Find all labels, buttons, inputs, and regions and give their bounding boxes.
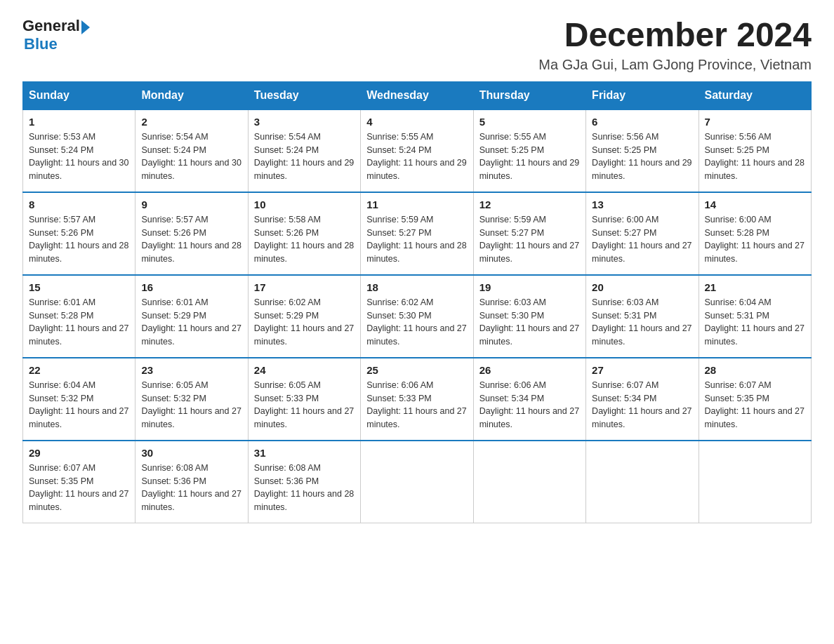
calendar-header-row: SundayMondayTuesdayWednesdayThursdayFrid…: [23, 81, 812, 109]
day-info: Sunrise: 6:04 AMSunset: 5:32 PMDaylight:…: [29, 379, 129, 431]
calendar-cell: 20Sunrise: 6:03 AMSunset: 5:31 PMDayligh…: [586, 275, 699, 358]
calendar-cell: 18Sunrise: 6:02 AMSunset: 5:30 PMDayligh…: [361, 275, 473, 358]
calendar-cell: 9Sunrise: 5:57 AMSunset: 5:26 PMDaylight…: [135, 192, 248, 275]
calendar-cell: 28Sunrise: 6:07 AMSunset: 5:35 PMDayligh…: [699, 358, 811, 441]
logo-blue: Blue: [24, 35, 58, 53]
calendar-cell: 17Sunrise: 6:02 AMSunset: 5:29 PMDayligh…: [248, 275, 360, 358]
day-number: 7: [705, 116, 805, 128]
day-number: 28: [705, 364, 805, 376]
page-header: General Blue December 2024 Ma GJa Gui, L…: [22, 17, 812, 73]
calendar-cell: [361, 441, 473, 523]
day-info: Sunrise: 6:00 AMSunset: 5:28 PMDaylight:…: [705, 213, 805, 266]
calendar-cell: 8Sunrise: 5:57 AMSunset: 5:26 PMDaylight…: [23, 192, 135, 275]
day-info: Sunrise: 5:56 AMSunset: 5:25 PMDaylight:…: [705, 130, 805, 183]
calendar-header-thursday: Thursday: [473, 81, 585, 109]
day-number: 27: [592, 364, 692, 376]
calendar-header-wednesday: Wednesday: [361, 81, 473, 109]
title-block: December 2024 Ma GJa Gui, Lam GJong Prov…: [538, 17, 812, 73]
calendar-week-row: 29Sunrise: 6:07 AMSunset: 5:35 PMDayligh…: [23, 441, 812, 523]
day-number: 11: [366, 199, 467, 210]
calendar-cell: 4Sunrise: 5:55 AMSunset: 5:24 PMDaylight…: [361, 109, 473, 192]
day-info: Sunrise: 6:07 AMSunset: 5:34 PMDaylight:…: [592, 379, 692, 431]
day-number: 30: [141, 447, 241, 459]
calendar-header-tuesday: Tuesday: [248, 81, 360, 109]
logo: General Blue: [22, 17, 90, 53]
day-info: Sunrise: 6:06 AMSunset: 5:33 PMDaylight:…: [366, 379, 467, 431]
day-info: Sunrise: 6:01 AMSunset: 5:28 PMDaylight:…: [29, 296, 129, 349]
calendar-cell: 5Sunrise: 5:55 AMSunset: 5:25 PMDaylight…: [473, 109, 585, 192]
calendar-cell: 23Sunrise: 6:05 AMSunset: 5:32 PMDayligh…: [135, 358, 248, 441]
day-info: Sunrise: 6:08 AMSunset: 5:36 PMDaylight:…: [254, 462, 355, 514]
day-number: 8: [29, 199, 129, 210]
day-number: 2: [141, 116, 241, 128]
day-info: Sunrise: 5:53 AMSunset: 5:24 PMDaylight:…: [29, 130, 129, 183]
calendar-header-friday: Friday: [586, 81, 699, 109]
day-number: 20: [592, 281, 692, 293]
day-info: Sunrise: 6:01 AMSunset: 5:29 PMDaylight:…: [141, 296, 241, 349]
calendar-header-saturday: Saturday: [699, 81, 811, 109]
day-info: Sunrise: 6:07 AMSunset: 5:35 PMDaylight:…: [29, 462, 129, 514]
logo-triangle-icon: [81, 20, 90, 34]
calendar-cell: 1Sunrise: 5:53 AMSunset: 5:24 PMDaylight…: [23, 109, 135, 192]
day-info: Sunrise: 6:04 AMSunset: 5:31 PMDaylight:…: [705, 296, 805, 349]
day-info: Sunrise: 5:59 AMSunset: 5:27 PMDaylight:…: [366, 213, 467, 266]
calendar-cell: 10Sunrise: 5:58 AMSunset: 5:26 PMDayligh…: [248, 192, 360, 275]
day-info: Sunrise: 5:54 AMSunset: 5:24 PMDaylight:…: [254, 130, 355, 183]
day-number: 18: [366, 281, 467, 293]
calendar-cell: 22Sunrise: 6:04 AMSunset: 5:32 PMDayligh…: [23, 358, 135, 441]
day-info: Sunrise: 6:03 AMSunset: 5:31 PMDaylight:…: [592, 296, 692, 349]
day-number: 5: [479, 116, 580, 128]
day-number: 31: [254, 447, 355, 459]
day-info: Sunrise: 5:55 AMSunset: 5:24 PMDaylight:…: [366, 130, 467, 183]
calendar-cell: 15Sunrise: 6:01 AMSunset: 5:28 PMDayligh…: [23, 275, 135, 358]
calendar-cell: 19Sunrise: 6:03 AMSunset: 5:30 PMDayligh…: [473, 275, 585, 358]
day-number: 4: [366, 116, 467, 128]
day-number: 15: [29, 281, 129, 293]
calendar-week-row: 22Sunrise: 6:04 AMSunset: 5:32 PMDayligh…: [23, 358, 812, 441]
day-number: 24: [254, 364, 355, 376]
calendar-week-row: 1Sunrise: 5:53 AMSunset: 5:24 PMDaylight…: [23, 109, 812, 192]
day-info: Sunrise: 6:05 AMSunset: 5:32 PMDaylight:…: [141, 379, 241, 431]
day-info: Sunrise: 6:03 AMSunset: 5:30 PMDaylight:…: [479, 296, 580, 349]
day-number: 10: [254, 199, 355, 210]
calendar-cell: 21Sunrise: 6:04 AMSunset: 5:31 PMDayligh…: [699, 275, 811, 358]
day-info: Sunrise: 6:08 AMSunset: 5:36 PMDaylight:…: [141, 462, 241, 514]
day-info: Sunrise: 5:57 AMSunset: 5:26 PMDaylight:…: [141, 213, 241, 266]
day-number: 26: [479, 364, 580, 376]
calendar-week-row: 15Sunrise: 6:01 AMSunset: 5:28 PMDayligh…: [23, 275, 812, 358]
calendar-cell: 26Sunrise: 6:06 AMSunset: 5:34 PMDayligh…: [473, 358, 585, 441]
day-number: 17: [254, 281, 355, 293]
calendar-cell: [473, 441, 585, 523]
calendar-cell: 27Sunrise: 6:07 AMSunset: 5:34 PMDayligh…: [586, 358, 699, 441]
day-number: 6: [592, 116, 692, 128]
day-info: Sunrise: 6:07 AMSunset: 5:35 PMDaylight:…: [705, 379, 805, 431]
calendar-cell: 13Sunrise: 6:00 AMSunset: 5:27 PMDayligh…: [586, 192, 699, 275]
day-info: Sunrise: 6:00 AMSunset: 5:27 PMDaylight:…: [592, 213, 692, 266]
day-info: Sunrise: 6:02 AMSunset: 5:30 PMDaylight:…: [366, 296, 467, 349]
calendar-cell: 3Sunrise: 5:54 AMSunset: 5:24 PMDaylight…: [248, 109, 360, 192]
day-number: 23: [141, 364, 241, 376]
calendar-cell: [699, 441, 811, 523]
day-number: 9: [141, 199, 241, 210]
day-info: Sunrise: 5:57 AMSunset: 5:26 PMDaylight:…: [29, 213, 129, 266]
day-number: 29: [29, 447, 129, 459]
calendar-header-sunday: Sunday: [23, 81, 135, 109]
calendar-cell: 14Sunrise: 6:00 AMSunset: 5:28 PMDayligh…: [699, 192, 811, 275]
day-info: Sunrise: 5:59 AMSunset: 5:27 PMDaylight:…: [479, 213, 580, 266]
calendar-week-row: 8Sunrise: 5:57 AMSunset: 5:26 PMDaylight…: [23, 192, 812, 275]
location-title: Ma GJa Gui, Lam GJong Province, Vietnam: [538, 57, 812, 73]
calendar-cell: 24Sunrise: 6:05 AMSunset: 5:33 PMDayligh…: [248, 358, 360, 441]
day-number: 16: [141, 281, 241, 293]
day-info: Sunrise: 5:56 AMSunset: 5:25 PMDaylight:…: [592, 130, 692, 183]
day-number: 1: [29, 116, 129, 128]
calendar-cell: 16Sunrise: 6:01 AMSunset: 5:29 PMDayligh…: [135, 275, 248, 358]
calendar-cell: 30Sunrise: 6:08 AMSunset: 5:36 PMDayligh…: [135, 441, 248, 523]
day-number: 19: [479, 281, 580, 293]
day-number: 3: [254, 116, 355, 128]
day-number: 14: [705, 199, 805, 210]
day-info: Sunrise: 6:05 AMSunset: 5:33 PMDaylight:…: [254, 379, 355, 431]
calendar-header-monday: Monday: [135, 81, 248, 109]
logo-general: General: [22, 17, 80, 35]
day-number: 13: [592, 199, 692, 210]
day-number: 12: [479, 199, 580, 210]
